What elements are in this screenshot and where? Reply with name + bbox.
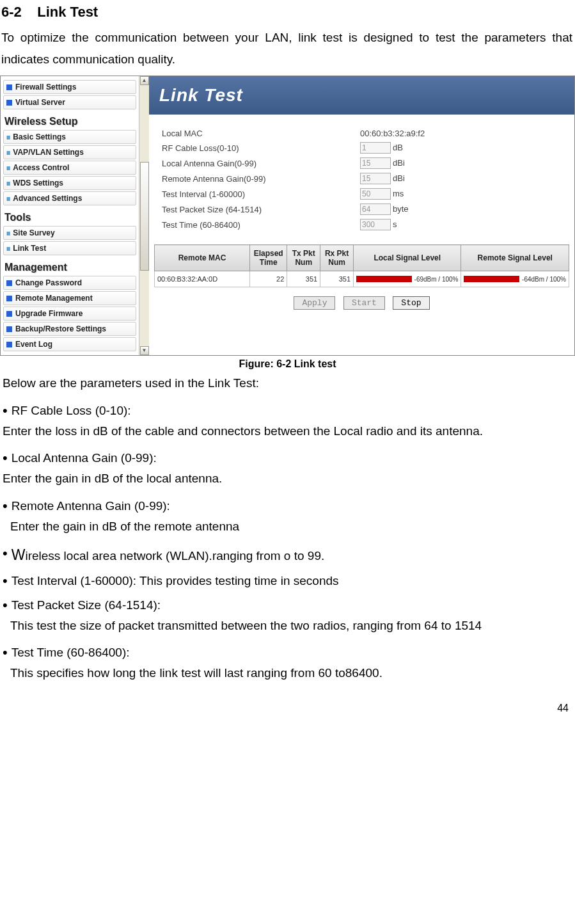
sidebar-item-label: Change Password xyxy=(15,278,82,287)
bullet-item: •Wireless local area network (WLAN).rang… xyxy=(3,546,572,564)
bullet-dot-icon: • xyxy=(3,451,8,465)
bullet-head: Test Time (60-86400): xyxy=(12,646,130,660)
sidebar-item[interactable]: Virtual Server xyxy=(3,95,136,109)
sidebar-item-label: Backup/Restore Settings xyxy=(15,324,106,333)
sidebar-item[interactable]: ıııSite Survey xyxy=(3,226,136,240)
bullet-body: Enter the loss in dB of the cable and co… xyxy=(3,422,572,441)
label-test-packet-size: Test Packet Size (64-1514) xyxy=(162,205,360,214)
unit-byte: byte xyxy=(393,204,409,214)
sidebar-item[interactable]: ıııVAP/VLAN Settings xyxy=(3,145,136,159)
panel-banner: Link Test xyxy=(149,76,574,115)
below-params-text: Below are the parameters used in the Lin… xyxy=(3,374,572,393)
scroll-down-arrow[interactable]: ▼ xyxy=(140,346,149,355)
sidebar-item-label: WDS Settings xyxy=(13,179,63,187)
bullet-dot-icon: • xyxy=(3,499,8,513)
cell-remote-mac: 00:60:B3:32:AA:0D xyxy=(155,271,250,287)
wireless-icon: ııı xyxy=(6,245,10,252)
page: 6-2 Link Test To optimize the communicat… xyxy=(0,4,575,727)
scroll-up-arrow[interactable]: ▲ xyxy=(140,76,149,85)
square-icon xyxy=(6,311,12,317)
figure-screenshot: Firewall SettingsVirtual Server Wireless… xyxy=(0,76,575,356)
sidebar-item[interactable]: Firewall Settings xyxy=(3,80,136,94)
sidebar-item[interactable]: Backup/Restore Settings xyxy=(3,322,136,336)
sidebar-item-label: Advanced Settings xyxy=(13,194,82,203)
section-number: 6-2 xyxy=(1,4,22,20)
sidebar-item[interactable]: Event Log xyxy=(3,337,136,351)
bullet-body: Enter the gain in dB of the local antenn… xyxy=(3,469,572,488)
cell-elapsed: 22 xyxy=(250,271,287,287)
sidebar-item[interactable]: ıııAdvanced Settings xyxy=(3,191,136,205)
apply-button[interactable]: Apply xyxy=(294,296,335,310)
input-local-antenna-gain[interactable] xyxy=(360,157,391,169)
bullet-item: •RF Cable Loss (0-10): xyxy=(3,404,572,418)
figure-caption: Figure: 6-2 Link test xyxy=(0,358,575,370)
button-row: Apply Start Stop xyxy=(149,296,574,310)
cell-tx: 351 xyxy=(287,271,320,287)
table-header: Remote Signal Level xyxy=(461,245,569,271)
sidebar-item-label: Basic Settings xyxy=(13,132,66,141)
page-number: 44 xyxy=(0,703,569,714)
bullet-item: •Remote Antenna Gain (0-99): xyxy=(3,499,572,513)
input-test-packet-size[interactable] xyxy=(360,203,391,215)
square-icon xyxy=(6,296,12,301)
bullet-body: This test the size of packet transmitted… xyxy=(10,616,572,635)
sidebar-item-label: Virtual Server xyxy=(15,98,65,107)
bullet-dot-icon: • xyxy=(3,646,8,660)
label-test-time: Test Time (60-86400) xyxy=(162,220,360,230)
section-heading: 6-2 Link Test xyxy=(1,4,575,20)
table-row: 00:60:B3:32:AA:0D 22 351 351 -69dBm / 10… xyxy=(155,271,569,287)
bullet-item: •Test Packet Size (64-1514): xyxy=(3,598,572,612)
unit-dbi: dBi xyxy=(393,173,405,183)
sidebar-item[interactable]: Upgrade Firmware xyxy=(3,307,136,321)
cell-local-signal: -69dBm / 100% xyxy=(354,271,461,287)
square-icon xyxy=(6,326,12,332)
nav-sidebar: Firewall SettingsVirtual Server Wireless… xyxy=(1,76,149,355)
scroll-thumb[interactable] xyxy=(140,162,149,271)
unit-db: dB xyxy=(393,143,403,152)
sidebar-item[interactable]: ıııWDS Settings xyxy=(3,176,136,190)
sidebar-item-label: Access Control xyxy=(13,163,69,172)
input-test-time[interactable] xyxy=(360,219,391,230)
label-rf-cable-loss: RF Cable Loss(0-10) xyxy=(162,143,360,153)
bullet-head: RF Cable Loss (0-10): xyxy=(12,404,131,418)
bullet-item: •Test Interval (1-60000): This provides … xyxy=(3,574,572,588)
bullet-head: Test Interval (1-60000): This provides t… xyxy=(12,574,339,588)
cell-remote-signal: -64dBm / 100% xyxy=(461,271,569,287)
sidebar-item[interactable]: ıııAccess Control xyxy=(3,161,136,175)
table-header: Rx Pkt Num xyxy=(320,245,354,271)
sidebar-item[interactable]: ıııLink Test xyxy=(3,241,136,255)
results-table: Remote MACElapsed TimeTx Pkt NumRx Pkt N… xyxy=(154,244,569,287)
wireless-icon: ııı xyxy=(6,180,10,187)
sidebar-item-label: Site Survey xyxy=(13,228,54,237)
input-test-interval[interactable] xyxy=(360,188,391,200)
label-remote-antenna-gain: Remote Antenna Gain(0-99) xyxy=(162,174,360,184)
table-header: Remote MAC xyxy=(155,245,250,271)
sidebar-item-label: VAP/VLAN Settings xyxy=(13,148,83,157)
label-local-antenna-gain: Local Antenna Gain(0-99) xyxy=(162,159,360,168)
wireless-icon: ııı xyxy=(6,195,10,202)
bullet-dot-icon: • xyxy=(3,574,8,588)
sidebar-item[interactable]: Remote Management xyxy=(3,291,136,305)
input-remote-antenna-gain[interactable] xyxy=(360,173,391,184)
square-icon xyxy=(6,280,12,286)
table-header: Local Signal Level xyxy=(354,245,461,271)
wireless-icon: ııı xyxy=(6,164,10,171)
unit-ms: ms xyxy=(393,189,404,198)
bullet-head: Test Packet Size (64-1514): xyxy=(12,598,161,612)
square-icon xyxy=(6,84,12,90)
square-icon xyxy=(6,342,12,347)
remote-signal-bar xyxy=(464,276,519,282)
sidebar-item-label: Link Test xyxy=(13,244,46,253)
bullet-dot-icon: • xyxy=(3,404,8,418)
input-rf-cable-loss[interactable] xyxy=(360,142,391,154)
sidebar-item[interactable]: Change Password xyxy=(3,276,136,290)
nav-header-tools: Tools xyxy=(4,212,136,223)
start-button[interactable]: Start xyxy=(343,296,385,310)
sidebar-item-label: Firewall Settings xyxy=(15,83,76,92)
form-area: Local MAC 00:60:b3:32:a9:f2 RF Cable Los… xyxy=(149,115,574,238)
stop-button[interactable]: Stop xyxy=(393,296,429,310)
wireless-icon: ııı xyxy=(6,149,10,156)
sidebar-scrollbar[interactable]: ▲ ▼ xyxy=(139,76,149,355)
sidebar-item-label: Event Log xyxy=(15,340,52,349)
sidebar-item[interactable]: ıııBasic Settings xyxy=(3,130,136,144)
